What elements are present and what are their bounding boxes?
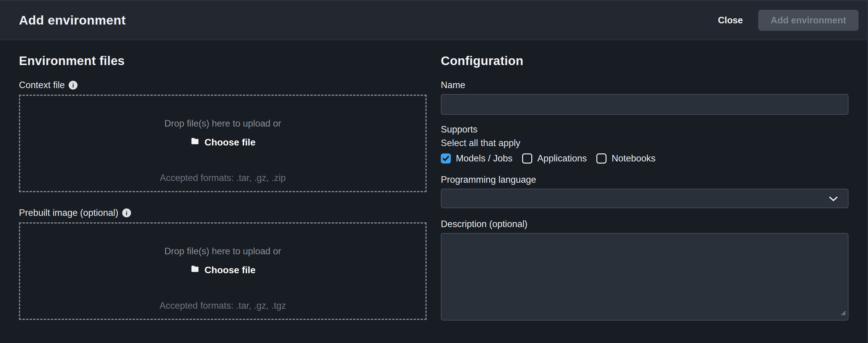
choose-file-label: Choose file bbox=[205, 137, 255, 148]
context-file-dropzone[interactable]: Drop file(s) here to upload or Choose fi… bbox=[19, 95, 427, 192]
page-title: Add environment bbox=[19, 13, 126, 28]
supports-checkbox-group: Models / Jobs Applications Notebooks bbox=[441, 153, 848, 164]
checkbox-notebooks[interactable]: Notebooks bbox=[596, 153, 655, 164]
close-button[interactable]: Close bbox=[718, 15, 743, 26]
name-input[interactable] bbox=[441, 94, 848, 115]
main-content: Environment files Context file i Drop fi… bbox=[0, 40, 868, 320]
description-label: Description (optional) bbox=[441, 219, 848, 229]
environment-files-heading: Environment files bbox=[19, 54, 427, 68]
name-label: Name bbox=[441, 80, 848, 91]
description-textarea[interactable] bbox=[441, 233, 848, 320]
folder-icon bbox=[190, 136, 200, 148]
resize-handle-icon[interactable] bbox=[840, 308, 846, 318]
add-environment-button[interactable]: Add environment bbox=[758, 10, 859, 31]
drop-text: Drop file(s) here to upload or bbox=[164, 118, 281, 129]
programming-language-label: Programming language bbox=[441, 175, 848, 185]
checkbox-models-jobs[interactable]: Models / Jobs bbox=[441, 153, 513, 164]
header-actions: Close Add environment bbox=[718, 10, 859, 31]
configuration-heading: Configuration bbox=[441, 54, 848, 68]
configuration-section: Configuration Name Supports Select all t… bbox=[441, 54, 848, 320]
info-icon[interactable]: i bbox=[122, 209, 131, 217]
supports-hint: Select all that apply bbox=[441, 138, 848, 149]
checkbox-box bbox=[596, 153, 607, 163]
folder-icon bbox=[190, 264, 200, 276]
environment-files-section: Environment files Context file i Drop fi… bbox=[19, 54, 427, 320]
programming-language-select[interactable] bbox=[441, 189, 848, 208]
chevron-down-icon bbox=[829, 193, 838, 204]
checkbox-box bbox=[441, 153, 451, 163]
checkbox-applications[interactable]: Applications bbox=[522, 153, 587, 164]
prebuilt-image-label: Prebuilt image (optional) bbox=[19, 208, 118, 218]
accepted-formats: Accepted formats: .tar, .gz, .zip bbox=[160, 173, 286, 183]
header: Add environment Close Add environment bbox=[0, 0, 868, 40]
supports-label: Supports bbox=[441, 124, 848, 135]
checkbox-label: Applications bbox=[537, 153, 587, 164]
prebuilt-image-dropzone[interactable]: Drop file(s) here to upload or Choose fi… bbox=[19, 222, 427, 320]
checkbox-box bbox=[522, 153, 532, 163]
context-file-label-row: Context file i bbox=[19, 80, 427, 91]
accepted-formats: Accepted formats: .tar, .gz, .tgz bbox=[159, 301, 286, 311]
context-file-label: Context file bbox=[19, 80, 65, 91]
choose-file-button[interactable]: Choose file bbox=[190, 264, 255, 276]
info-icon[interactable]: i bbox=[69, 81, 78, 90]
checkbox-label: Notebooks bbox=[612, 153, 655, 164]
choose-file-button[interactable]: Choose file bbox=[190, 136, 255, 148]
checkbox-label: Models / Jobs bbox=[456, 153, 513, 164]
prebuilt-image-label-row: Prebuilt image (optional) i bbox=[19, 208, 427, 218]
choose-file-label: Choose file bbox=[205, 264, 255, 276]
drop-text: Drop file(s) here to upload or bbox=[164, 246, 281, 257]
